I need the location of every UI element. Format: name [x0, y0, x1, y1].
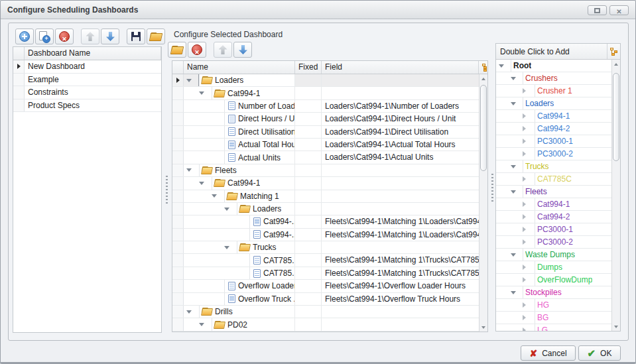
grid-row[interactable]: Drills	[172, 306, 479, 318]
grid-row[interactable]: Overflow Truck ...Fleets\Cat994-1\Overfl…	[172, 293, 479, 306]
tree-row[interactable]: PC3000-2	[496, 236, 611, 249]
expander-right-icon[interactable]	[523, 126, 535, 131]
expander-right-icon[interactable]	[523, 176, 535, 182]
cancel-button[interactable]: Cancel	[521, 345, 576, 361]
grid-row[interactable]: Cat994-1	[172, 87, 479, 99]
expander-right-icon[interactable]	[523, 265, 535, 270]
list-item[interactable]: Example	[13, 74, 161, 87]
expander-down-icon[interactable]	[511, 102, 523, 105]
grid-row[interactable]: Cat994-...Fleets\Cat994-1\Matching 1\Loa…	[172, 229, 479, 241]
tree-row[interactable]: Stockpiles	[496, 286, 611, 299]
tree-row[interactable]: BG	[496, 312, 611, 324]
duplicate-dashboard-button[interactable]	[35, 29, 54, 44]
expander-right-icon[interactable]	[523, 139, 535, 144]
tree-row[interactable]: Crushers	[496, 72, 611, 85]
scroll-down-button[interactable]	[479, 323, 487, 332]
name-cell[interactable]: Matching 1	[184, 190, 295, 202]
tree-row[interactable]: PC3000-1	[496, 223, 611, 236]
expander-down-icon[interactable]	[199, 91, 212, 95]
column-chooser-button[interactable]	[607, 44, 620, 59]
expander-down-icon[interactable]	[186, 168, 199, 172]
tree-row[interactable]: CAT785C	[496, 173, 611, 186]
open-dashboards-button[interactable]	[147, 29, 165, 44]
right-splitter[interactable]	[490, 43, 495, 332]
fixed-cell[interactable]	[295, 215, 322, 227]
grid-row[interactable]: Number of Load...Loaders\Cat994-1\Number…	[172, 100, 479, 113]
tree-row[interactable]: Cat994-1	[496, 198, 611, 211]
expander-down-icon[interactable]	[224, 246, 237, 249]
tree-vertical-scrollbar[interactable]	[611, 60, 620, 331]
grid-row[interactable]: Trucks	[172, 241, 479, 254]
fixed-cell[interactable]	[295, 87, 322, 99]
expander-down-icon[interactable]	[511, 190, 523, 194]
field-column-header[interactable]: Field	[322, 61, 479, 74]
expander-right-icon[interactable]	[523, 302, 535, 308]
delete-dashboard-button[interactable]	[55, 29, 74, 44]
fixed-cell[interactable]	[295, 126, 322, 138]
delete-item-button[interactable]	[188, 42, 206, 58]
expander-down-icon[interactable]	[199, 182, 212, 185]
grid-row[interactable]: Loaders	[172, 74, 479, 87]
move-dashboard-down-button[interactable]	[101, 29, 119, 44]
fixed-cell[interactable]	[295, 190, 322, 202]
name-cell[interactable]: PD02	[184, 318, 295, 330]
tree-row[interactable]: Dumps	[496, 261, 611, 274]
fixed-cell[interactable]	[295, 113, 322, 125]
scrollbar-thumb[interactable]	[480, 85, 487, 171]
move-item-down-button[interactable]	[233, 42, 252, 58]
scrollbar-thumb[interactable]	[613, 73, 619, 161]
fixed-cell[interactable]	[295, 254, 322, 266]
tree-row[interactable]: Waste Dumps	[496, 249, 611, 261]
fixed-cell[interactable]	[295, 74, 322, 86]
grid-row[interactable]: PD02	[172, 318, 479, 331]
name-cell[interactable]: Direct Hours / Unit	[184, 113, 295, 125]
tree-row[interactable]: Root	[496, 60, 611, 72]
tree-row[interactable]: PC3000-2	[496, 148, 611, 160]
expander-down-icon[interactable]	[499, 64, 511, 68]
fixed-cell[interactable]	[295, 229, 322, 241]
tree-row[interactable]: Trucks	[496, 160, 611, 173]
grid-row[interactable]: Actual UnitsLoaders\Cat994-1\Actual Unit…	[172, 151, 479, 164]
tree-row[interactable]: Cat994-2	[496, 123, 611, 135]
fixed-cell[interactable]	[295, 293, 322, 305]
fixed-cell[interactable]	[295, 280, 322, 292]
name-cell[interactable]: Number of Load...	[184, 100, 295, 112]
fixed-cell[interactable]	[295, 241, 322, 253]
expander-down-icon[interactable]	[199, 323, 212, 326]
name-cell[interactable]: Cat994-...	[184, 215, 295, 227]
expander-down-icon[interactable]	[186, 79, 199, 82]
grid-vertical-scrollbar[interactable]	[479, 74, 487, 332]
expander-down-icon[interactable]	[511, 253, 523, 257]
grid-row[interactable]: Direct Hours / UnitLoaders\Cat994-1\Dire…	[172, 113, 479, 125]
grid-row[interactable]: CAT785...Fleets\Cat994-1\Matching 1\Truc…	[172, 254, 479, 267]
name-cell[interactable]: Cat994-1	[184, 87, 295, 99]
tree-row[interactable]: OverFlowDump	[496, 274, 611, 286]
name-cell[interactable]: Actual Units	[184, 151, 295, 163]
add-dashboard-button[interactable]	[15, 29, 34, 44]
move-dashboard-up-button[interactable]	[81, 29, 99, 44]
expander-down-icon[interactable]	[186, 310, 199, 314]
fixed-cell[interactable]	[295, 318, 322, 330]
name-cell[interactable]: CAT785...	[184, 267, 295, 279]
move-item-up-button[interactable]	[214, 42, 232, 58]
name-cell[interactable]: Cat994-1	[184, 177, 295, 189]
name-cell[interactable]: Trucks	[184, 241, 295, 253]
fixed-cell[interactable]	[295, 151, 322, 163]
dashboard-name-column-header[interactable]: Dashboard Name	[25, 47, 161, 60]
name-cell[interactable]: Cat994-...	[184, 229, 295, 241]
list-item[interactable]: Product Specs	[13, 99, 161, 113]
maximize-button[interactable]	[588, 5, 607, 15]
expander-right-icon[interactable]	[523, 227, 535, 232]
expander-right-icon[interactable]	[523, 239, 535, 245]
name-cell[interactable]: Direct Utilisation	[184, 126, 295, 138]
expander-down-icon[interactable]	[511, 291, 523, 294]
name-cell[interactable]: CAT785...	[184, 254, 295, 266]
tree-row[interactable]: LG	[496, 324, 611, 331]
grid-row[interactable]: Direct UtilisationLoaders\Cat994-1\Direc…	[172, 126, 479, 139]
ok-button[interactable]: OK	[578, 345, 621, 361]
expander-right-icon[interactable]	[523, 88, 535, 93]
list-item[interactable]: Constraints	[13, 86, 161, 99]
fixed-column-header[interactable]: Fixed	[295, 61, 322, 74]
expander-right-icon[interactable]	[523, 315, 535, 320]
name-cell[interactable]: Overflow Truck ...	[184, 293, 295, 305]
